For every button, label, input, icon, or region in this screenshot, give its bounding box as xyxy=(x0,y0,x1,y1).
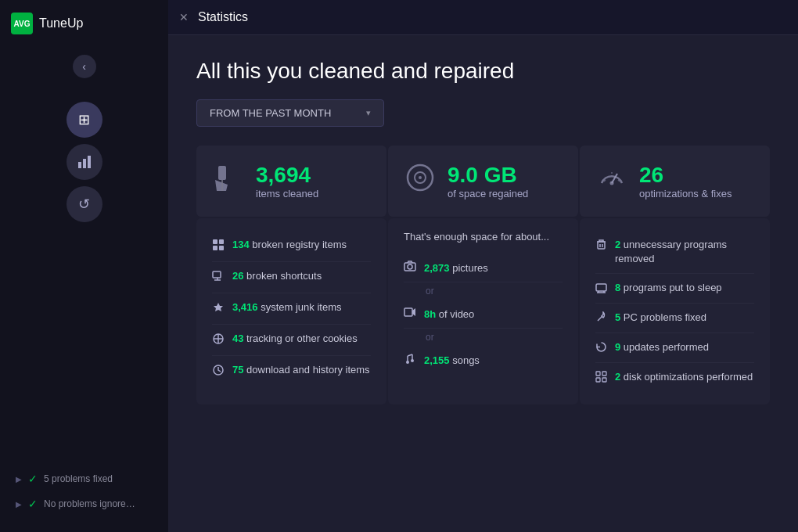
optim-disk: 2 disk optimizations performed xyxy=(595,363,754,392)
optim-updates: 9 updates performed xyxy=(595,333,754,363)
disk-optim-text: 2 disk optimizations performed xyxy=(615,370,753,384)
svg-rect-17 xyxy=(213,271,221,278)
sidebar-collapse-button[interactable]: ‹ xyxy=(73,55,96,78)
problems-ignored-label: No problems ignore… xyxy=(44,498,135,509)
svg-rect-14 xyxy=(219,239,224,244)
registry-number: 134 xyxy=(232,239,250,250)
junk-text: 3,416 system junk items xyxy=(232,300,341,315)
svg-marker-20 xyxy=(214,303,223,311)
sidebar-bottom: ▶ ✓ 5 problems fixed ▶ ✓ No problems ign… xyxy=(0,458,168,532)
sleep-icon xyxy=(595,282,607,296)
stats-cards-row: 3,694 items cleaned 9.0 GB of space rega… xyxy=(196,146,770,217)
detail-cookies: 43 tracking or other cookies xyxy=(212,325,371,356)
svg-point-26 xyxy=(408,264,412,269)
programs-sleep-text: 8 programs put to sleep xyxy=(615,281,722,295)
updates-text: 9 updates performed xyxy=(615,340,709,354)
stat-cleaned-text: 3,694 items cleaned xyxy=(256,163,318,200)
problems-fixed-label: 5 problems fixed xyxy=(44,473,113,484)
svg-line-31 xyxy=(408,354,412,356)
chevron-right-icon: ▶ xyxy=(16,475,22,483)
detail-col-optim: 2 unnecessary programs removed xyxy=(580,218,770,404)
svg-point-9 xyxy=(610,182,614,185)
programs-removed-text: 2 unnecessary programs removed xyxy=(615,238,754,266)
sidebar-icon-grid[interactable]: ⊞ xyxy=(66,102,102,138)
svg-rect-45 xyxy=(602,378,606,382)
tab-bar: ✕ Statistics xyxy=(168,0,798,35)
disk-optim-number: 2 xyxy=(615,371,620,383)
pictures-number: 2,873 xyxy=(424,262,450,274)
time-period-dropdown[interactable]: FROM THE PAST MONTH ▾ xyxy=(196,99,384,127)
svg-rect-43 xyxy=(602,372,606,376)
video-icon xyxy=(404,306,416,322)
shortcuts-text: 26 broken shortcuts xyxy=(232,269,322,283)
optim-programs-sleep: 8 programs put to sleep xyxy=(595,274,754,304)
chevron-down-icon: ▾ xyxy=(366,108,371,118)
sidebar-icon-undo[interactable]: ↺ xyxy=(66,186,102,222)
svg-rect-34 xyxy=(598,242,605,249)
cookies-text: 43 tracking or other cookies xyxy=(232,332,358,346)
sidebar-status-problems-ignored[interactable]: ▶ ✓ No problems ignore… xyxy=(11,491,157,516)
programs-sleep-number: 8 xyxy=(615,282,620,293)
detail-shortcuts: 26 broken shortcuts xyxy=(212,262,371,293)
page-content: All this you cleaned and repaired FROM T… xyxy=(168,35,798,532)
sidebar-status-problems-fixed[interactable]: ▶ ✓ 5 problems fixed xyxy=(11,466,157,491)
programs-removed-number: 2 xyxy=(615,239,620,250)
trash-icon xyxy=(595,239,607,253)
svg-rect-15 xyxy=(213,246,217,250)
sidebar-icon-list: ⊞ ↺ xyxy=(0,94,168,230)
stat-optim-text: 26 optimizations & fixes xyxy=(639,163,732,200)
speedometer-icon xyxy=(595,161,628,201)
pictures-text: 2,873 pictures xyxy=(424,262,488,274)
detail-junk: 3,416 system junk items xyxy=(212,293,371,325)
svg-rect-44 xyxy=(596,378,600,382)
svg-point-7 xyxy=(419,176,422,179)
stat-card-optimizations: 26 optimizations & fixes xyxy=(580,146,770,217)
broom-icon xyxy=(212,161,245,201)
junk-icon xyxy=(212,301,225,317)
svg-rect-13 xyxy=(213,239,217,244)
check-circle-icon-2: ✓ xyxy=(28,498,38,510)
tab-close-button[interactable]: ✕ xyxy=(168,0,193,34)
detail-col-space: That's enough space for about... 2,873 p… xyxy=(388,218,578,404)
update-icon xyxy=(595,341,607,355)
disk-optim-icon xyxy=(595,371,607,385)
svg-rect-27 xyxy=(404,308,412,316)
chevron-right-icon-2: ▶ xyxy=(16,500,22,509)
space-pictures: 2,873 pictures xyxy=(404,253,563,282)
svg-rect-0 xyxy=(78,162,81,168)
main-content: ✕ Statistics All this you cleaned and re… xyxy=(168,0,798,532)
sidebar-header: AVG TuneUp xyxy=(0,0,168,47)
detail-downloads: 75 download and history items xyxy=(212,356,371,386)
downloads-number: 75 xyxy=(232,364,243,376)
detail-registry: 134 broken registry items xyxy=(212,231,371,262)
junk-number: 3,416 xyxy=(232,301,258,313)
detail-col-cleaning: 134 broken registry items 26 xyxy=(196,218,386,404)
stat-card-cleaned: 3,694 items cleaned xyxy=(196,146,386,217)
optimizations-label: optimizations & fixes xyxy=(639,188,732,200)
svg-point-33 xyxy=(411,359,414,362)
space-video: 8h of video xyxy=(404,300,563,329)
optim-programs-removed: 2 unnecessary programs removed xyxy=(595,231,754,274)
svg-rect-1 xyxy=(83,159,86,168)
svg-rect-2 xyxy=(88,156,91,168)
optim-pc-problems: 5 PC problems fixed xyxy=(595,304,754,333)
sidebar: AVG TuneUp ‹ ⊞ ↺ ▶ ✓ 5 problems fixed ▶ … xyxy=(0,0,168,532)
app-name: TuneUp xyxy=(39,16,83,31)
video-number: 8h xyxy=(424,308,436,320)
optimizations-number: 26 xyxy=(639,163,732,188)
svg-rect-37 xyxy=(596,284,606,291)
updates-number: 9 xyxy=(615,341,620,353)
tab-statistics[interactable]: Statistics xyxy=(193,0,261,34)
svg-rect-3 xyxy=(218,166,226,180)
shortcuts-number: 26 xyxy=(232,270,243,282)
pc-problems-text: 5 PC problems fixed xyxy=(615,311,706,325)
registry-text: 134 broken registry items xyxy=(232,238,347,252)
detail-section: 134 broken registry items 26 xyxy=(196,218,770,404)
sidebar-icon-chart[interactable] xyxy=(66,144,102,180)
cleaned-label: items cleaned xyxy=(256,188,318,200)
avg-logo: AVG xyxy=(11,13,33,34)
camera-icon xyxy=(404,260,416,275)
svg-point-32 xyxy=(406,361,409,364)
songs-number: 2,155 xyxy=(424,354,450,366)
registry-icon xyxy=(212,239,225,254)
